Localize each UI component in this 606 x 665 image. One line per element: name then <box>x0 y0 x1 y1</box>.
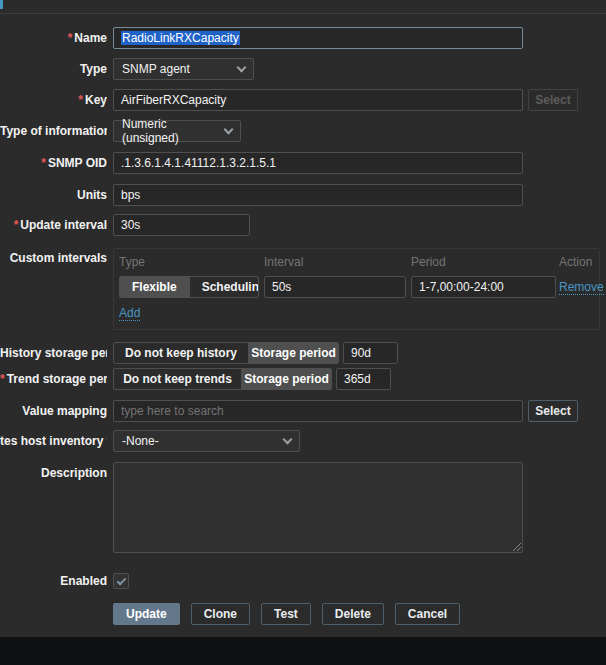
required-marker: * <box>78 93 83 107</box>
footer-band <box>0 637 606 665</box>
type-label: Type <box>0 62 107 76</box>
chevron-down-icon <box>224 124 234 134</box>
type-of-information-select[interactable]: Numeric (unsigned) <box>113 120 241 142</box>
update-button[interactable]: Update <box>113 603 180 625</box>
enabled-checkbox[interactable] <box>113 573 129 589</box>
type-row: Type SNMP agent <box>0 58 254 80</box>
flexible-option[interactable]: Flexible <box>120 277 189 297</box>
host-inventory-value: -None- <box>122 434 159 448</box>
host-inventory-row: tes host inventory field -None- <box>0 430 300 452</box>
history-storage-period-option[interactable]: Storage period <box>248 343 338 363</box>
add-link[interactable]: Add <box>119 307 140 321</box>
key-input-value: AirFiberRXCapacity <box>121 93 226 107</box>
interval-type-toggle: Flexible Scheduling <box>119 276 259 298</box>
key-row: *Key AirFiberRXCapacity Select <box>0 89 578 111</box>
value-mapping-select-button[interactable]: Select <box>528 400 578 422</box>
header-period: Period <box>411 255 559 269</box>
history-period-input[interactable]: 90d <box>343 342 398 364</box>
update-interval-value: 30s <box>121 218 140 232</box>
snmp-oid-label: *SNMP OID <box>0 156 107 170</box>
description-textarea[interactable] <box>113 462 523 553</box>
resize-grip-icon[interactable] <box>511 541 521 551</box>
form-actions: Update Clone Test Delete Cancel <box>113 603 471 625</box>
snmp-oid-input[interactable]: .1.3.6.1.4.1.41112.1.3.2.1.5.1 <box>113 152 523 174</box>
history-storage-toggle: Do not keep history Storage period <box>113 342 339 364</box>
scheduling-option[interactable]: Scheduling <box>189 277 259 297</box>
custom-intervals-table: Type Interval Period Action Flexible Sch… <box>113 248 600 330</box>
required-marker: * <box>0 372 5 386</box>
units-value: bps <box>121 188 140 202</box>
required-marker: * <box>14 218 19 232</box>
value-mapping-row: Value mapping type here to search Select <box>0 400 578 422</box>
cancel-button[interactable]: Cancel <box>395 603 460 625</box>
type-of-information-row: Type of information Numeric (unsigned) <box>0 120 241 142</box>
trend-storage-row: *Trend storage period Do not keep trends… <box>0 368 391 390</box>
enabled-label: Enabled <box>0 574 107 588</box>
chevron-down-icon <box>283 434 293 444</box>
interval-input[interactable]: 50s <box>264 276 406 298</box>
period-value: 1-7,00:00-24:00 <box>419 280 504 294</box>
value-mapping-placeholder: type here to search <box>121 404 224 418</box>
type-select-value: SNMP agent <box>122 62 190 76</box>
update-interval-input[interactable]: 30s <box>113 214 250 236</box>
trend-period-input[interactable]: 365d <box>336 368 391 390</box>
trend-storage-label: *Trend storage period <box>0 372 107 386</box>
snmp-oid-row: *SNMP OID .1.3.6.1.4.1.41112.1.3.2.1.5.1 <box>0 152 523 174</box>
do-not-keep-history-option[interactable]: Do not keep history <box>114 343 248 363</box>
item-configuration-form: *Name RadioLinkRXCapacity Type SNMP agen… <box>0 0 606 665</box>
enabled-row: Enabled <box>0 573 129 589</box>
update-interval-label: *Update interval <box>0 218 107 232</box>
custom-interval-row: Flexible Scheduling 50s 1-7,00:00-24:00 … <box>119 276 594 298</box>
custom-intervals-header: Type Interval Period Action <box>119 255 594 269</box>
history-storage-row: History storage period Do not keep histo… <box>0 342 398 364</box>
checkmark-icon <box>116 575 126 585</box>
delete-button[interactable]: Delete <box>322 603 384 625</box>
description-label: Description <box>0 462 107 480</box>
key-select-button: Select <box>528 89 578 111</box>
trend-period-value: 365d <box>344 372 371 386</box>
type-of-information-value: Numeric (unsigned) <box>122 117 215 145</box>
chevron-down-icon <box>237 62 247 72</box>
description-row: Description <box>0 462 523 553</box>
units-label: Units <box>0 188 107 202</box>
type-select[interactable]: SNMP agent <box>113 58 254 80</box>
snmp-oid-value: .1.3.6.1.4.1.41112.1.3.2.1.5.1 <box>121 156 276 170</box>
host-inventory-label: tes host inventory field <box>0 434 107 448</box>
test-button[interactable]: Test <box>261 603 311 625</box>
name-input-selected-text: RadioLinkRXCapacity <box>121 31 240 45</box>
history-period-value: 90d <box>351 346 371 360</box>
trend-storage-toggle: Do not keep trends Storage period <box>113 368 332 390</box>
type-of-information-label: Type of information <box>0 124 107 138</box>
clone-button[interactable]: Clone <box>191 603 250 625</box>
interval-value: 50s <box>272 280 291 294</box>
header-type: Type <box>119 255 264 269</box>
update-interval-row: *Update interval 30s <box>0 214 250 236</box>
units-input[interactable]: bps <box>113 184 523 206</box>
remove-link[interactable]: Remove <box>559 281 604 295</box>
header-interval: Interval <box>264 255 411 269</box>
history-storage-label: History storage period <box>0 346 107 360</box>
name-label: *Name <box>0 31 107 45</box>
custom-intervals-label-row: Custom intervals <box>0 251 113 265</box>
required-marker: * <box>41 156 46 170</box>
header-divider <box>0 13 606 14</box>
units-row: Units bps <box>0 184 523 206</box>
top-left-accent <box>0 0 3 9</box>
host-inventory-select[interactable]: -None- <box>113 430 300 452</box>
name-input[interactable]: RadioLinkRXCapacity <box>113 27 523 49</box>
trend-storage-period-option[interactable]: Storage period <box>241 369 331 389</box>
do-not-keep-trends-option[interactable]: Do not keep trends <box>114 369 241 389</box>
period-input[interactable]: 1-7,00:00-24:00 <box>411 276 556 298</box>
key-label: *Key <box>0 93 107 107</box>
header-action: Action <box>559 255 592 269</box>
custom-intervals-label: Custom intervals <box>0 251 107 265</box>
key-input[interactable]: AirFiberRXCapacity <box>113 89 523 111</box>
value-mapping-input[interactable]: type here to search <box>113 400 523 422</box>
required-marker: * <box>68 31 73 45</box>
name-row: *Name RadioLinkRXCapacity <box>0 27 523 49</box>
value-mapping-label: Value mapping <box>0 404 107 418</box>
